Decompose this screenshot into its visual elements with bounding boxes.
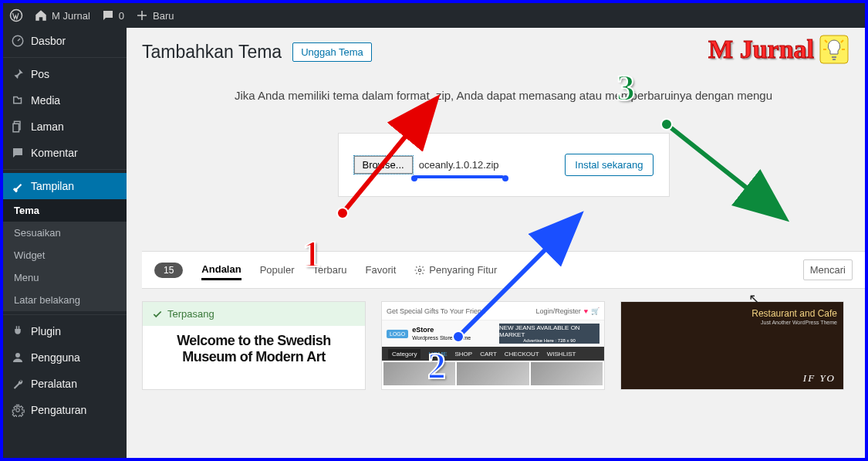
annotation-number-3: 3 [616,66,635,109]
annotation-number-2: 2 [427,344,446,387]
annotation-arrow-3 [659,117,798,229]
sidebar-item-media[interactable]: Media [3,87,127,114]
gear-icon [414,265,425,276]
annotation-arrow-1 [335,93,458,225]
annotation-number-1: 1 [302,232,321,275]
svg-point-2 [19,98,20,100]
upload-description: Jika Anda memiliki tema dalam format .zi… [142,89,865,102]
comments-link[interactable]: 0 [101,8,124,22]
new-content-link[interactable]: Baru [135,8,174,22]
check-icon [152,309,163,320]
svg-rect-4 [13,124,19,132]
sidebar-item-label: Komentar [31,147,78,159]
home-icon [34,8,48,22]
svg-point-10 [337,208,348,219]
sidebar-item-peralatan[interactable]: Peralatan [3,371,127,397]
appearance-submenu: Tema Sesuaikan Widget Menu Latar belakan… [3,199,127,311]
plug-icon [11,324,25,338]
svg-point-6 [16,408,20,412]
main-content: Tambahkan Tema Unggah Tema M Jurnal Jika… [127,28,865,458]
mouse-cursor-icon: ↖ [748,290,760,307]
sidebar-item-label: Pos [31,68,49,80]
tab-andalan[interactable]: Andalan [201,260,241,280]
site-name: M Jurnal [52,10,90,22]
sidebar-item-dasbor[interactable]: Dasbor [3,28,127,54]
sidebar-item-label: Laman [31,120,64,133]
sidebar-item-pos[interactable]: Pos [3,61,127,87]
installed-badge: Terpasang [143,302,365,326]
tab-populer[interactable]: Populer [260,261,295,279]
sidebar-item-label: Plugin [31,325,61,337]
theme-preview-title: Welcome to the Swedish Museum of Modern … [152,333,356,364]
svg-point-12 [453,331,464,342]
comment-count: 0 [119,10,124,22]
svg-point-8 [419,269,422,272]
theme-count: 15 [154,263,183,278]
wordpress-logo-menu[interactable] [9,8,23,22]
pin-icon [11,67,25,81]
sidebar-item-laman[interactable]: Laman [3,114,127,140]
dashboard-icon [11,34,25,48]
upload-theme-button[interactable]: Unggah Tema [292,42,372,62]
lightbulb-icon [819,34,849,65]
svg-line-9 [343,105,431,213]
submenu-tema[interactable]: Tema [3,199,127,222]
sidebar-item-label: Pengguna [31,351,80,364]
watermark-text: M Jurnal [708,35,814,64]
site-link[interactable]: M Jurnal [34,8,90,22]
theme-card[interactable]: Restaurant and Cafe Just Another WordPre… [620,301,844,390]
sidebar-item-pengguna[interactable]: Pengguna [3,344,127,371]
sidebar-item-tampilan[interactable]: Tampilan [3,173,127,199]
wrench-icon [11,377,25,391]
theme-search-input[interactable]: Mencari [803,259,853,280]
wordpress-icon [9,8,23,22]
submenu-widget[interactable]: Widget [3,244,127,266]
page-title: Tambahkan Tema [142,42,282,63]
svg-line-11 [458,221,574,337]
brush-icon [11,179,25,193]
annotation-arrow-2 [451,209,597,348]
sidebar-item-label: Pengaturan [31,404,86,416]
comment-icon [101,8,115,22]
theme-card[interactable]: Terpasang Welcome to the Swedish Museum … [142,301,366,390]
comment-icon [11,146,25,160]
svg-point-0 [11,10,22,22]
admin-sidebar: Dasbor Pos Media Laman Komentar Tampilan… [3,28,127,458]
sidebar-item-label: Peralatan [31,378,77,390]
sidebar-item-komentar[interactable]: Komentar [3,140,127,166]
admin-top-bar: M Jurnal 0 Baru [3,3,865,28]
watermark: M Jurnal [708,34,849,65]
user-icon [11,351,25,364]
new-label: Baru [153,10,174,22]
svg-line-13 [667,124,778,213]
sidebar-item-label: Dasbor [31,35,66,47]
settings-icon [11,403,25,417]
svg-point-5 [15,353,20,358]
plus-icon [135,8,149,22]
tab-favorit[interactable]: Favorit [366,261,397,279]
sidebar-item-label: Media [31,94,60,107]
submenu-sesuaikan[interactable]: Sesuaikan [3,222,127,244]
submenu-menu[interactable]: Menu [3,266,127,289]
svg-point-14 [661,119,672,130]
media-icon [11,93,25,107]
submenu-latar-belakang[interactable]: Latar belakang [3,289,127,311]
install-now-button[interactable]: Instal sekarang [565,154,653,176]
sidebar-item-pengaturan[interactable]: Pengaturan [3,397,127,423]
sidebar-item-plugin[interactable]: Plugin [3,318,127,344]
page-icon [11,120,25,134]
sidebar-item-label: Tampilan [31,180,74,192]
